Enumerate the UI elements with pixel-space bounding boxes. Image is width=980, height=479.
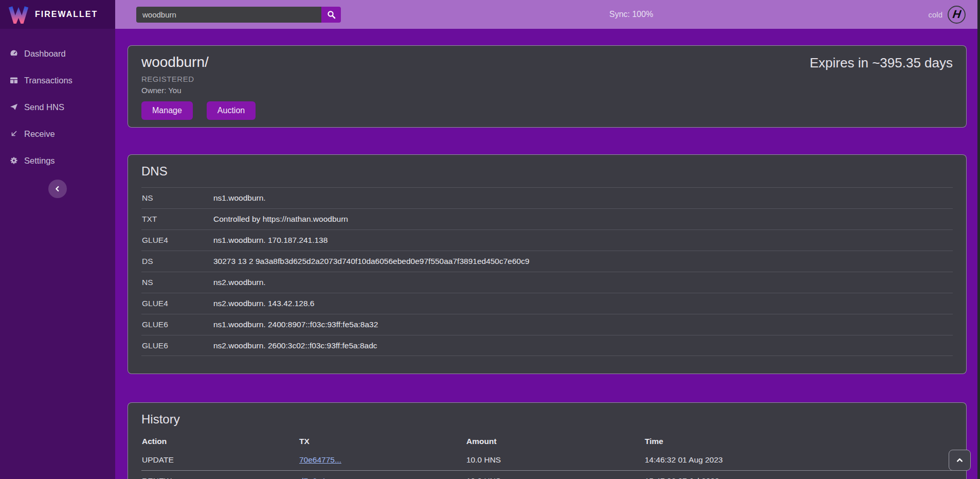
search-button[interactable]	[321, 7, 341, 23]
gauge-icon	[10, 49, 18, 58]
chevron-left-icon	[54, 185, 61, 192]
sidebar-collapse-button[interactable]	[48, 180, 67, 198]
brand-logo-icon	[8, 5, 29, 24]
column-header-action: Action	[142, 437, 299, 446]
auction-button[interactable]: Auction	[207, 101, 256, 120]
chevron-up-icon	[956, 456, 964, 464]
dns-record-type: GLUE4	[141, 299, 213, 308]
history-time: 14:46:32 01 Aug 2023	[645, 455, 953, 465]
dns-record-value: ns1.woodburn. 170.187.241.138	[213, 236, 328, 245]
table-icon	[10, 76, 18, 84]
sidebar-item-send-hns[interactable]: Send HNS	[0, 94, 115, 120]
tx-link[interactable]: 70e64775...	[299, 455, 341, 464]
search-input[interactable]	[136, 7, 321, 23]
manage-button[interactable]: Manage	[141, 101, 193, 120]
dns-record-row: GLUE6 ns1.woodburn. 2400:8907::f03c:93ff…	[141, 314, 953, 335]
history-table: Action TX Amount Time UPDATE 70e64775...…	[141, 434, 953, 479]
paper-plane-icon	[10, 103, 18, 111]
dns-record-value: Controlled by https://nathan.woodburn	[213, 215, 348, 224]
dns-record-type: GLUE6	[141, 320, 213, 329]
dns-record-row: GLUE4 ns1.woodburn. 170.187.241.138	[141, 229, 953, 251]
domain-owner: Owner: You	[141, 86, 953, 95]
dns-record-value: ns2.woodburn. 2600:3c02::f03c:93ff:fe5a:…	[213, 341, 377, 350]
history-amount: 10.0 HNS	[466, 455, 645, 465]
dns-record-type: DS	[141, 257, 213, 266]
dns-record-value: ns1.woodburn.	[213, 193, 266, 203]
sync-status: Sync: 100%	[609, 10, 653, 19]
dns-record-row: NS ns2.woodburn.	[141, 272, 953, 293]
domain-expiry: Expires in ~395.35 days	[810, 55, 953, 71]
history-action: RENEW	[142, 476, 299, 479]
brand-name: FIREWALLET	[35, 10, 98, 19]
dns-record-type: GLUE4	[141, 236, 213, 245]
dns-record-row: NS ns1.woodburn.	[141, 187, 953, 208]
wallet-name: cold	[928, 10, 942, 19]
sidebar-item-label: Dashboard	[24, 49, 66, 59]
arrow-down-left-icon	[10, 130, 18, 138]
dns-record-row: TXT Controlled by https://nathan.woodbur…	[141, 208, 953, 229]
dns-record-value: ns2.woodburn. 143.42.128.6	[213, 299, 315, 308]
dns-record-row: GLUE4 ns2.woodburn. 143.42.128.6	[141, 293, 953, 314]
tx-link[interactable]: d7e6c4...	[299, 476, 332, 479]
history-amount: 10.0 HNS	[466, 476, 645, 479]
dns-record-type: NS	[141, 278, 213, 287]
history-card: History Action TX Amount Time UPDATE 70e…	[128, 402, 967, 479]
gear-icon	[10, 156, 18, 165]
scroll-top-button[interactable]	[949, 450, 971, 471]
dns-table: NS ns1.woodburn. TXT Controlled by https…	[141, 187, 953, 356]
sidebar: FIREWALLET Dashboard Transactions	[0, 0, 115, 479]
history-header-row: Action TX Amount Time	[141, 434, 953, 449]
dns-card: DNS NS ns1.woodburn. TXT Controlled by h…	[128, 154, 967, 374]
domain-card: woodburn/ Expires in ~395.35 days REGIST…	[128, 45, 967, 128]
sidebar-item-label: Settings	[24, 156, 55, 166]
history-time: 15:47:06 07 Jul 2023	[645, 476, 953, 479]
sidebar-item-label: Transactions	[24, 76, 72, 85]
history-row: RENEW d7e6c4... 10.0 HNS 15:47:06 07 Jul…	[141, 470, 953, 479]
topbar: Sync: 100% cold H	[115, 0, 980, 29]
dns-record-row: DS 30273 13 2 9a3a8fb3d625d2a2073d740f10…	[141, 251, 953, 272]
history-action: UPDATE	[142, 455, 299, 465]
wallet-widget: cold H	[928, 6, 966, 24]
dns-record-type: NS	[141, 193, 213, 203]
sidebar-item-label: Receive	[24, 129, 55, 139]
history-row: UPDATE 70e64775... 10.0 HNS 14:46:32 01 …	[141, 449, 953, 470]
sidebar-item-dashboard[interactable]: Dashboard	[0, 40, 115, 67]
dns-record-value: 30273 13 2 9a3a8fb3d625d2a2073d740f10da6…	[213, 257, 530, 266]
dns-card-title: DNS	[141, 164, 953, 179]
column-header-amount: Amount	[466, 437, 645, 446]
dns-record-row: GLUE6 ns2.woodburn. 2600:3c02::f03c:93ff…	[141, 335, 953, 356]
sidebar-item-settings[interactable]: Settings	[0, 147, 115, 174]
column-header-tx: TX	[299, 437, 466, 446]
dns-record-value: ns1.woodburn. 2400:8907::f03c:93ff:fe5a:…	[213, 320, 378, 329]
search-bar	[136, 7, 341, 23]
history-card-title: History	[141, 412, 953, 427]
brand-header: FIREWALLET	[0, 0, 115, 29]
sidebar-item-label: Send HNS	[24, 102, 64, 112]
dns-record-type: TXT	[141, 215, 213, 224]
domain-title: woodburn/	[141, 54, 209, 70]
column-header-time: Time	[645, 437, 953, 446]
sidebar-item-transactions[interactable]: Transactions	[0, 67, 115, 94]
handshake-logo-icon[interactable]: H	[948, 6, 966, 24]
dns-record-type: GLUE6	[141, 341, 213, 350]
sidebar-nav: Dashboard Transactions Send HNS	[0, 29, 115, 174]
search-icon	[327, 10, 336, 19]
dns-record-value: ns2.woodburn.	[213, 278, 266, 287]
page-scrollbar[interactable]	[977, 0, 980, 479]
domain-status-badge: REGISTERED	[141, 75, 953, 83]
sidebar-item-receive[interactable]: Receive	[0, 120, 115, 147]
